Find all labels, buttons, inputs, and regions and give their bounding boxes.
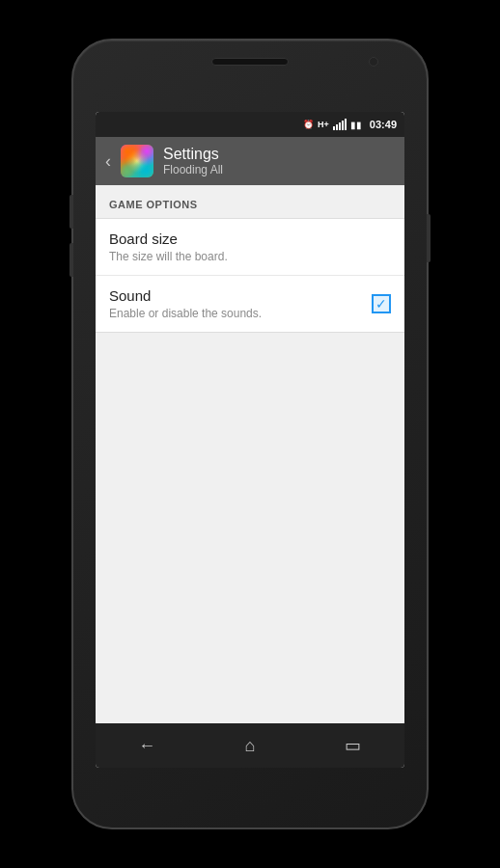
status-time: 03:49 [370,119,397,130]
volume-up-button[interactable] [69,195,73,229]
app-bar-text: Settings Flooding All [163,146,223,176]
status-bar: ⏰ H+ ▮▮ 03:49 [96,112,404,137]
sound-text: Sound Enable or disable the sounds. [109,287,262,320]
app-bar: ‹ Settings Flooding All [96,137,404,185]
volume-button[interactable] [427,214,431,262]
settings-list: Board size The size will the board. Soun… [96,218,404,333]
hplus-icon: H+ [318,120,329,129]
battery-icon: ▮▮ [350,120,362,130]
app-icon-graphic [121,145,153,177]
sound-desc: Enable or disable the sounds. [109,307,262,320]
settings-content: GAME OPTIONS Board size The size will th… [96,185,404,723]
board-size-item[interactable]: Board size The size will the board. [96,219,404,276]
sound-item[interactable]: Sound Enable or disable the sounds. ✓ [96,276,404,332]
app-icon [121,145,153,177]
signal-icon [333,119,347,130]
sound-checkbox[interactable]: ✓ [372,294,391,313]
app-bar-title: Settings [163,146,223,163]
board-size-desc: The size will the board. [109,250,228,263]
speaker [211,58,289,66]
board-size-text: Board size The size will the board. [109,231,228,263]
bottom-nav: ← ⌂ ▭ [96,723,404,768]
back-nav-button[interactable]: ← [127,726,166,765]
checkmark-icon: ✓ [375,296,387,312]
home-nav-button[interactable]: ⌂ [231,726,269,765]
phone-top [83,58,417,66]
board-size-title: Board size [109,231,228,247]
section-header-label: GAME OPTIONS [109,199,198,210]
section-header-game-options: GAME OPTIONS [96,185,404,218]
status-icons: ⏰ H+ ▮▮ [303,119,362,130]
app-bar-subtitle: Flooding All [163,163,223,176]
volume-down-button[interactable] [69,243,73,277]
back-button[interactable]: ‹ [105,151,111,172]
recents-nav-button[interactable]: ▭ [334,726,373,765]
front-camera [369,57,378,67]
screen: ⏰ H+ ▮▮ 03:49 ‹ [96,112,404,768]
sound-title: Sound [109,287,262,304]
alarm-icon: ⏰ [303,120,314,129]
phone-device: ⏰ H+ ▮▮ 03:49 ‹ [71,39,429,829]
